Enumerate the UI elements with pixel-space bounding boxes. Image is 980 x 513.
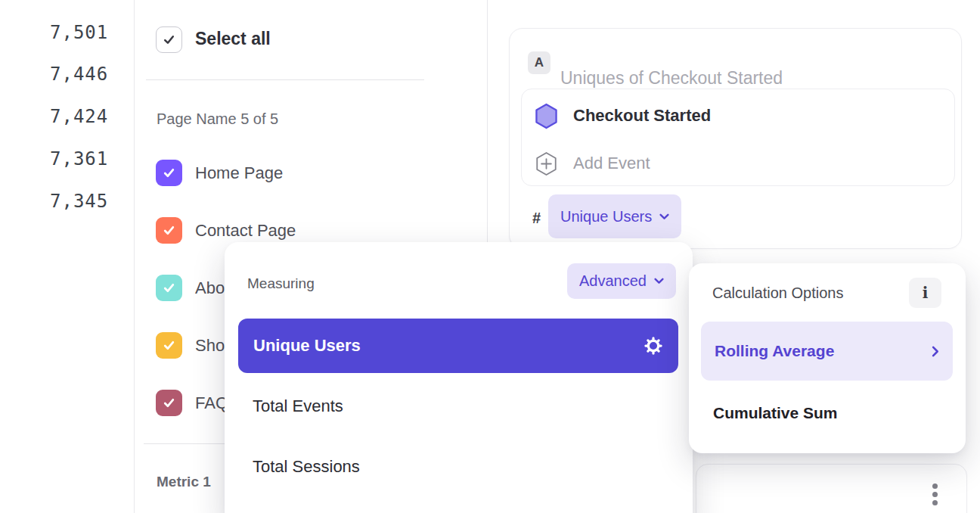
event-name[interactable]: Checkout Started	[573, 106, 711, 126]
add-event-label[interactable]: Add Event	[573, 154, 650, 173]
calc-option-label: Rolling Average	[715, 342, 834, 360]
advanced-dropdown-label: Advanced	[579, 272, 647, 290]
metric-footer-label[interactable]: Metric 1	[157, 474, 211, 490]
select-all-checkbox[interactable]	[156, 26, 182, 53]
checkmark-icon	[162, 396, 176, 410]
series-checkbox-shop[interactable]	[156, 332, 182, 359]
calculation-options-menu: Calculation Options i Rolling Average Cu…	[689, 263, 966, 453]
legend-value: 7,345	[50, 191, 108, 212]
menu-option-total-events[interactable]: Total Events	[253, 396, 343, 416]
kebab-dot	[932, 483, 938, 489]
info-button[interactable]: i	[909, 278, 941, 308]
measure-dropdown[interactable]: Unique Users	[548, 194, 681, 238]
select-all-label[interactable]: Select all	[195, 29, 271, 49]
group-label: Page Name 5 of 5	[157, 110, 278, 128]
divider	[146, 79, 424, 80]
measuring-menu: Measuring Advanced Unique Users	[225, 242, 693, 513]
advanced-dropdown[interactable]: Advanced	[567, 263, 676, 299]
query-title-input[interactable]: Uniques of Checkout Started	[560, 68, 783, 89]
series-checkbox-home[interactable]	[156, 160, 182, 186]
checkmark-icon	[162, 338, 176, 353]
event-card: Checkout Started Add Event	[521, 89, 955, 186]
measure-symbol: #	[532, 210, 541, 227]
chevron-right-icon	[932, 346, 939, 357]
measuring-menu-title: Measuring	[247, 275, 315, 292]
query-row-letter-badge: A	[528, 51, 550, 74]
panel-divider-left	[134, 0, 135, 513]
legend-value: 7,424	[50, 106, 108, 127]
measure-dropdown-label: Unique Users	[560, 208, 652, 225]
insights-screen: 7,501 7,446 7,424 7,361 7,345 Select all…	[0, 0, 980, 513]
menu-option-label: Unique Users	[253, 336, 361, 356]
chevron-down-icon	[659, 213, 669, 220]
series-checkbox-about[interactable]	[156, 275, 182, 301]
calc-option-rolling-average[interactable]: Rolling Average	[701, 322, 953, 381]
menu-option-total-sessions[interactable]: Total Sessions	[253, 457, 360, 477]
query-card-b	[696, 464, 967, 513]
gear-icon[interactable]	[644, 336, 663, 356]
calculation-options-title: Calculation Options	[712, 284, 843, 302]
legend-value: 7,361	[50, 148, 108, 169]
legend-value: 7,501	[50, 22, 108, 43]
series-label-home[interactable]: Home Page	[195, 163, 283, 183]
kebab-dot	[932, 500, 938, 505]
more-options-button[interactable]	[932, 483, 938, 505]
query-card-a: A Uniques of Checkout Started Checkout S…	[509, 28, 962, 249]
legend-value: 7,446	[50, 64, 108, 85]
checkmark-icon	[162, 33, 176, 47]
series-checkbox-contact[interactable]	[156, 217, 182, 244]
calc-option-cumulative-sum[interactable]: Cumulative Sum	[713, 404, 838, 422]
checkmark-icon	[162, 223, 176, 238]
series-label-contact[interactable]: Contact Page	[195, 221, 296, 241]
chevron-down-icon	[654, 278, 664, 284]
info-icon: i	[923, 284, 929, 302]
series-checkbox-faq[interactable]	[156, 390, 182, 416]
event-hexagon-icon	[535, 103, 558, 129]
checkmark-icon	[162, 281, 176, 295]
add-event-icon[interactable]	[535, 151, 557, 176]
checkmark-icon	[162, 166, 176, 180]
menu-option-unique-users[interactable]: Unique Users	[238, 319, 678, 373]
kebab-dot	[932, 492, 938, 497]
